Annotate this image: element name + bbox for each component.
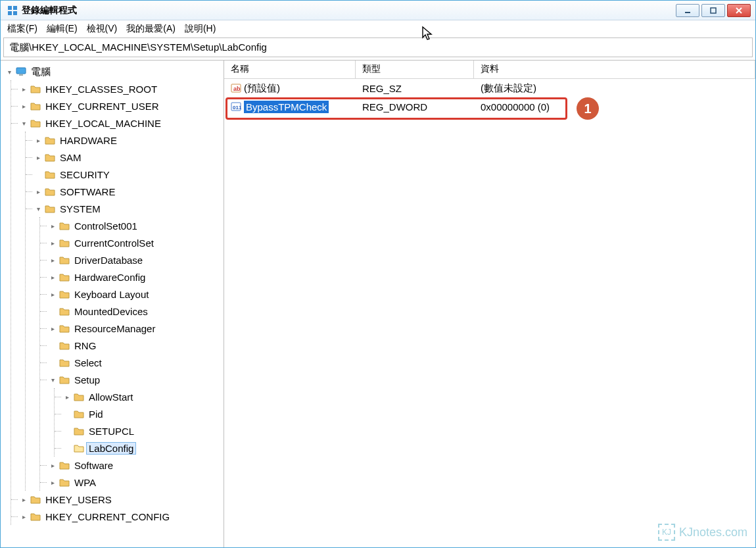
title-bar: 登錄編輯程式 [1,1,755,20]
folder-icon [44,186,56,197]
folder-icon [59,477,70,487]
svg-text:ab: ab [233,86,241,92]
folder-icon [59,272,70,282]
svg-rect-8 [16,68,26,74]
values-list[interactable]: 名稱 類型 資料 ab (預設值) REG_SZ (數值未設定) 011 [224,61,755,547]
registry-tree[interactable]: ▾ 電腦 ▸HKEY_CLASSES_ROOT ▸HKEY_CURRENT_US… [1,61,224,547]
value-row-default[interactable]: ab (預設值) REG_SZ (數值未設定) [224,79,755,97]
tree-label: MountedDevices [72,305,151,318]
folder-icon [59,460,70,470]
expand-icon[interactable]: ▸ [48,461,57,470]
tree-label: HARDWARE [57,134,120,147]
tree-label: RNG [72,339,99,352]
tree-label: HKEY_CLASSES_ROOT [43,83,160,95]
folder-icon [73,391,85,402]
svg-rect-1 [13,6,17,10]
column-header-data[interactable]: 資料 [474,61,755,78]
expand-icon[interactable]: ▸ [48,238,57,247]
step-number: 1 [584,101,591,116]
content-area: ▾ 電腦 ▸HKEY_CLASSES_ROOT ▸HKEY_CURRENT_US… [1,60,755,547]
menu-help[interactable]: 說明(H) [185,23,216,35]
column-header-type[interactable]: 類型 [356,61,474,78]
expand-icon[interactable]: ▸ [19,84,28,93]
collapse-icon[interactable]: ▾ [19,118,28,128]
tree-node-driverdatabase[interactable]: ▸DriverDatabase [48,251,222,268]
expand-icon[interactable]: ▸ [48,221,57,230]
tree-label: SAM [57,151,84,164]
tree-label: Keyboard Layout [72,288,151,301]
folder-icon [30,84,41,94]
expand-icon[interactable]: ▸ [34,136,43,145]
close-button[interactable] [727,4,751,17]
tree-label: HKEY_LOCAL_MACHINE [43,117,164,130]
expand-icon[interactable]: ▸ [48,289,57,299]
tree-node-computer[interactable]: ▾ 電腦 [5,63,222,80]
tree-node-allowstart[interactable]: ▸AllowStart [62,388,222,405]
expand-icon[interactable]: ▸ [19,495,28,504]
svg-rect-2 [8,11,12,15]
tree-node-hkcc[interactable]: ▸HKEY_CURRENT_CONFIG [19,508,222,525]
address-path: 電腦\HKEY_LOCAL_MACHINE\SYSTEM\Setup\LabCo… [9,41,267,54]
tree-node-hardware[interactable]: ▸HARDWARE [34,132,222,149]
tree-node-security[interactable]: ▸SECURITY [34,166,222,183]
tree-node-hkcu[interactable]: ▸HKEY_CURRENT_USER [19,97,222,114]
tree-node-currentcontrolset[interactable]: ▸CurrentControlSet [48,234,222,251]
tree-node-wpa[interactable]: ▸WPA [48,474,222,491]
folder-icon [59,323,70,334]
minimize-button[interactable] [676,4,699,17]
tree-label: HardwareConfig [72,271,148,284]
expand-icon[interactable]: ▸ [19,101,28,111]
menu-bar: 檔案(F) 編輯(E) 檢視(V) 我的最愛(A) 說明(H) [1,20,755,37]
folder-icon [44,169,56,180]
folder-icon [44,152,56,162]
value-type: REG_DWORD [356,100,474,114]
tree-node-hku[interactable]: ▸HKEY_USERS [19,491,222,508]
tree-node-pid[interactable]: ▸Pid [62,405,222,422]
tree-node-keyboardlayout[interactable]: ▸Keyboard Layout [48,286,222,303]
tree-label: HKEY_CURRENT_USER [43,100,162,112]
tree-label: Pid [86,408,106,420]
expand-icon[interactable]: ▸ [48,478,57,487]
expand-icon[interactable]: ▸ [19,512,28,521]
tree-node-setupcl[interactable]: ▸SETUPCL [62,422,222,439]
expand-icon[interactable]: ▸ [48,272,57,282]
tree-node-software[interactable]: ▸SOFTWARE [34,183,222,200]
tree-node-setup[interactable]: ▾Setup [48,371,222,388]
window-controls [676,4,753,17]
maximize-button[interactable] [701,4,725,17]
folder-open-icon [30,118,41,128]
menu-favorites[interactable]: 我的最愛(A) [126,23,176,35]
collapse-icon[interactable]: ▾ [34,204,43,213]
tree-node-hardwareconfig[interactable]: ▸HardwareConfig [48,268,222,286]
value-data: (數值未設定) [474,81,755,96]
menu-view[interactable]: 檢視(V) [87,23,118,35]
column-header-name[interactable]: 名稱 [224,61,356,78]
tree-node-hkcr[interactable]: ▸HKEY_CLASSES_ROOT [19,80,222,97]
address-bar[interactable]: 電腦\HKEY_LOCAL_MACHINE\SYSTEM\Setup\LabCo… [3,37,753,57]
expand-icon[interactable]: ▸ [48,324,57,333]
folder-open-icon [59,374,70,385]
tree-node-mounteddevices[interactable]: ▸MountedDevices [48,303,222,320]
computer-icon [15,66,27,77]
tree-node-select[interactable]: ▸Select [48,354,222,371]
tree-label: SYSTEM [57,203,103,215]
expand-icon[interactable]: ▸ [34,187,43,196]
menu-edit[interactable]: 編輯(E) [47,23,78,35]
tree-label: 電腦 [28,65,53,79]
tree-node-rng[interactable]: ▸RNG [48,337,222,354]
collapse-icon[interactable]: ▾ [48,375,57,384]
tree-node-labconfig[interactable]: ▸LabConfig [62,439,222,457]
tree-node-hklm[interactable]: ▾HKEY_LOCAL_MACHINE [19,114,222,132]
tree-node-resourcemanager[interactable]: ▸ResourceManager [48,320,222,337]
expand-icon[interactable]: ▸ [48,255,57,264]
menu-file[interactable]: 檔案(F) [7,23,37,35]
tree-node-sam[interactable]: ▸SAM [34,149,222,166]
tree-node-system[interactable]: ▾SYSTEM [34,200,222,217]
expand-icon[interactable]: ▸ [62,392,72,401]
svg-rect-3 [13,11,17,15]
tree-node-software-sub[interactable]: ▸Software [48,457,222,474]
collapse-icon[interactable]: ▾ [5,67,14,76]
value-row-bypasstpmcheck[interactable]: 011 BypassTPMCheck REG_DWORD 0x00000000 … [224,97,755,116]
expand-icon[interactable]: ▸ [34,153,43,162]
tree-node-controlset001[interactable]: ▸ControlSet001 [48,217,222,234]
